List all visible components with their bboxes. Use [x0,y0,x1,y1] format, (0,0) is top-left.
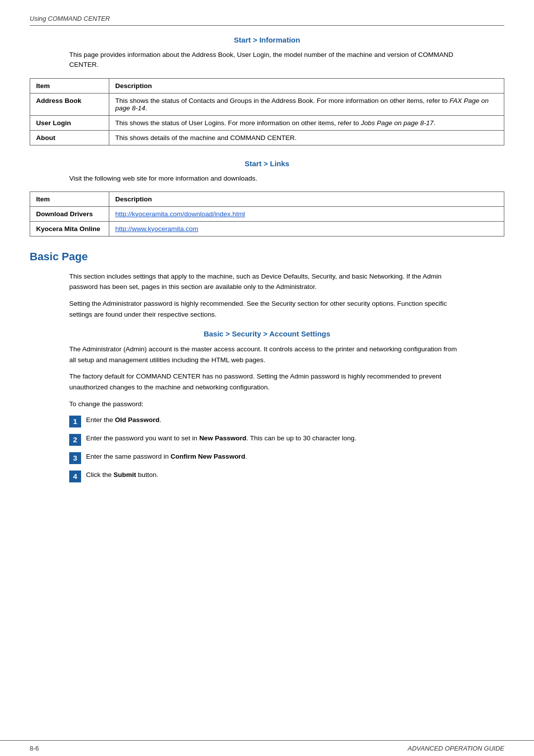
steps-list: 1 Enter the Old Password. 2 Enter the pa… [69,415,465,482]
links-row2-item: Kyocera Mita Online [30,221,109,236]
breadcrumb: Using COMMAND CENTER [30,15,110,22]
table-row: Kyocera Mita Online http://www.kyocerami… [30,221,504,236]
step1-number: 1 [69,416,81,427]
table-row: Address Book This shows the status of Co… [30,93,504,115]
account-settings-title: Basic > Security > Account Settings [30,330,504,338]
basic-page-title: Basic Page [30,250,504,263]
step3-number: 3 [69,452,81,464]
account-settings-para1: The Administrator (Admin) account is the… [69,344,465,365]
step-3: 3 Enter the same password in Confirm New… [69,452,465,464]
information-table: Item Description Address Book This shows… [30,78,504,145]
account-settings-subsection: Basic > Security > Account Settings The … [30,330,504,482]
footer-guide-title: ADVANCED OPERATION GUIDE [407,745,504,752]
info-row1-desc: This shows the status of Contacts and Gr… [109,93,504,115]
table-row: User Login This shows the status of User… [30,115,504,130]
section2-title: Start > Links [30,159,504,168]
start-information-section: Start > Information This page provides i… [30,36,504,145]
links-col1-header: Item [30,191,109,206]
step4-number: 4 [69,471,81,482]
info-col1-header: Item [30,78,109,93]
basic-page-section: Basic Page This section includes setting… [30,250,504,482]
info-row2-desc: This shows the status of User Logins. Fo… [109,115,504,130]
account-settings-para2: The factory default for COMMAND CENTER h… [69,371,465,392]
basic-page-para1: This section includes settings that appl… [69,271,465,292]
step2-text: Enter the password you want to set in Ne… [86,433,465,443]
links-row2-link[interactable]: http://www.kyoceramita.com [109,221,504,236]
links-col2-header: Description [109,191,504,206]
step-2: 2 Enter the password you want to set in … [69,433,465,446]
step3-text: Enter the same password in Confirm New P… [86,452,465,462]
links-table: Item Description Download Drivers http:/… [30,191,504,236]
account-settings-para3: To change the password: [69,399,465,410]
links-row1-link[interactable]: http://kyoceramita.com/download/index.ht… [109,206,504,221]
info-row3-desc: This shows details of the machine and CO… [109,130,504,145]
info-row1-item: Address Book [30,93,109,115]
step4-text: Click the Submit button. [86,470,465,480]
info-row2-item: User Login [30,115,109,130]
table-row: Download Drivers http://kyoceramita.com/… [30,206,504,221]
basic-page-para2: Setting the Administrator password is hi… [69,298,465,320]
page-footer: 8-6 ADVANCED OPERATION GUIDE [0,740,534,756]
step-1: 1 Enter the Old Password. [69,415,465,427]
step1-text: Enter the Old Password. [86,415,465,425]
section1-intro: This page provides information about the… [69,50,465,70]
section2-intro: Visit the following web site for more in… [69,174,465,184]
table-row: About This shows details of the machine … [30,130,504,145]
step2-number: 2 [69,434,81,446]
start-links-section: Start > Links Visit the following web si… [30,159,504,236]
step-4: 4 Click the Submit button. [69,470,465,482]
links-row1-item: Download Drivers [30,206,109,221]
info-col2-header: Description [109,78,504,93]
section1-title: Start > Information [30,36,504,44]
footer-page-number: 8-6 [30,745,39,752]
info-row3-item: About [30,130,109,145]
